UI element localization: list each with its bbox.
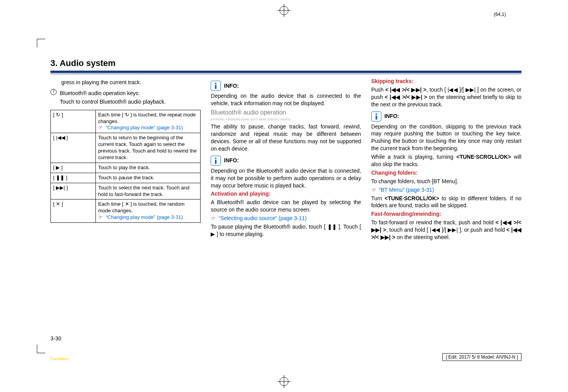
red-subhead: Skipping tracks: bbox=[371, 78, 521, 85]
desc-cell: Each time [ ↻ ] is touched, the repeat m… bbox=[95, 110, 200, 133]
operation-keys-table: [ ↻ ] Each time [ ↻ ] is touched, the re… bbox=[50, 110, 201, 223]
xref-link[interactable]: “Changing play mode” (page 3-31) bbox=[106, 214, 183, 220]
button-ref: < |◀◀ >/< ▶▶| > bbox=[385, 94, 427, 100]
body-text: To pause playing the Bluetooth® audio, t… bbox=[211, 223, 361, 238]
section-number: 3. bbox=[50, 58, 57, 68]
info-icon bbox=[371, 111, 381, 121]
info-text: Depending on the audio device that is co… bbox=[211, 92, 361, 107]
key-cell: [ ✕ ] bbox=[51, 199, 96, 223]
info-label: INFO: bbox=[224, 157, 239, 164]
table-row: [ ❚❚ ] Touch to pause the track. bbox=[51, 173, 201, 183]
desc-cell: Touch to play the track. bbox=[95, 163, 200, 173]
table-row: [ |◀◀ ] Touch to return to the beginning… bbox=[51, 133, 201, 163]
body-text: To fast-forward or rewind the track, pus… bbox=[371, 219, 521, 241]
info-icon bbox=[211, 156, 221, 166]
text: , touch and hold [ |◀◀ ]/[ ▶▶| ], or pus… bbox=[386, 227, 506, 233]
text: To fast-forward or rewind the track, pus… bbox=[371, 219, 495, 225]
crop-mark-top bbox=[277, 4, 291, 17]
xref-link[interactable]: “BT Menu” (page 3-31) bbox=[379, 187, 434, 193]
table-row: [ ✕ ] Each time [ ✕ ] is touched, the ra… bbox=[51, 199, 201, 223]
text: Turn bbox=[371, 195, 385, 201]
info-label: INFO: bbox=[224, 82, 239, 90]
red-subhead: Activation and playing: bbox=[211, 190, 361, 198]
crop-corner-bottom-left bbox=[37, 345, 45, 353]
button-ref: <TUNE·SCROLL/OK> bbox=[456, 154, 511, 160]
hand-icon: ☞ bbox=[371, 186, 378, 194]
info-text: Depending on the Bluetooth® audio device… bbox=[211, 167, 361, 189]
item-number-7: 7 bbox=[50, 89, 57, 95]
key-cell: [ |◀◀ ] bbox=[51, 133, 96, 163]
bt-keys-desc: Touch to control Bluetooth® audio playba… bbox=[60, 98, 166, 106]
info-callout: INFO: bbox=[371, 111, 521, 121]
hand-icon: ☞ bbox=[98, 125, 104, 131]
info-label: INFO: bbox=[384, 113, 399, 120]
button-ref: <TUNE·SCROLL/OK> bbox=[384, 195, 439, 201]
body-text: While a track is playing, turning <TUNE·… bbox=[371, 153, 521, 168]
page-number: 3-30 bbox=[50, 335, 61, 342]
column-2: INFO: Depending on the audio device that… bbox=[211, 78, 361, 242]
desc-cell: Each time [ ✕ ] is touched, the random m… bbox=[95, 199, 200, 223]
info-icon bbox=[211, 81, 221, 91]
hand-icon: ☞ bbox=[98, 214, 104, 221]
body-text: To change folders, touch [BT Menu]. bbox=[371, 178, 521, 185]
desc-cell: Touch to return to the beginning of the … bbox=[95, 133, 200, 163]
section-header: 3. Audio system bbox=[50, 58, 521, 74]
key-cell: [ ❚❚ ] bbox=[51, 173, 96, 183]
key-cell: [ ▶▶| ] bbox=[51, 183, 96, 199]
info-text: Depending on the condition, skipping to … bbox=[371, 123, 521, 153]
subheading: Bluetooth® audio operation bbox=[211, 108, 361, 117]
red-subhead: Changing folders: bbox=[371, 169, 521, 177]
hand-icon: ☞ bbox=[211, 215, 217, 222]
column-1: gress in playing the current track. 7 Bl… bbox=[50, 78, 201, 242]
body-text: Push < |◀◀ >/< ▶▶| >, touch [ |◀◀ ]/[ ▶▶… bbox=[371, 86, 521, 108]
desc-text: Each time [ ↻ ] is touched, the repeat m… bbox=[98, 112, 196, 124]
page-coordinate: (64,1) bbox=[494, 12, 506, 17]
edit-info: [ Edit: 2017/ 5/ 8 Model: AIVINJ-N ] bbox=[442, 353, 521, 361]
body-text: A Bluetooth® audio device can be played … bbox=[211, 199, 361, 213]
body-text: The ability to pause, change tracks, fas… bbox=[211, 123, 361, 153]
key-cell: [ ↻ ] bbox=[51, 110, 96, 133]
crop-mark-bottom bbox=[277, 375, 291, 388]
bt-keys-label: Bluetooth® audio operation keys: bbox=[60, 90, 166, 97]
text: Push bbox=[371, 87, 385, 93]
continuation-text: gress in playing the current track. bbox=[50, 79, 201, 86]
text: on the steering wheel. bbox=[395, 234, 450, 240]
column-3: Skipping tracks: Push < |◀◀ >/< ▶▶| >, t… bbox=[371, 78, 521, 242]
section-title-text: Audio system bbox=[60, 58, 116, 68]
xref-link[interactable]: “Changing play mode” (page 3-31) bbox=[106, 125, 183, 130]
subheading-code: AIVINJN1-1383FDB6-EEAE-412C-8E8F-2D0CFC7… bbox=[211, 118, 361, 122]
condition-label: Condition: bbox=[50, 356, 70, 361]
button-ref: < |◀◀ >/< ▶▶| > bbox=[385, 87, 426, 93]
xref-link[interactable]: “Selecting audio source” (page 3-11) bbox=[218, 215, 307, 221]
info-callout: INFO: bbox=[211, 81, 361, 91]
desc-cell: Touch to select the next track. Touch an… bbox=[95, 183, 200, 199]
key-cell: [ ▶ ] bbox=[51, 163, 96, 173]
info-callout: INFO: bbox=[211, 156, 361, 166]
crop-corner-top-left bbox=[37, 39, 45, 47]
desc-cell: Touch to pause the track. bbox=[95, 173, 200, 183]
table-row: [ ▶ ] Touch to play the track. bbox=[51, 163, 201, 173]
table-row: [ ↻ ] Each time [ ↻ ] is touched, the re… bbox=[51, 110, 201, 133]
text: While a track is playing, turning bbox=[371, 154, 457, 160]
table-row: [ ▶▶| ] Touch to select the next track. … bbox=[51, 183, 201, 199]
desc-text: Each time [ ✕ ] is touched, the random m… bbox=[98, 201, 185, 213]
body-text: Turn <TUNE·SCROLL/OK> to skip to differe… bbox=[371, 195, 521, 210]
red-subhead: Fast-forwarding/rewinding: bbox=[371, 210, 521, 218]
